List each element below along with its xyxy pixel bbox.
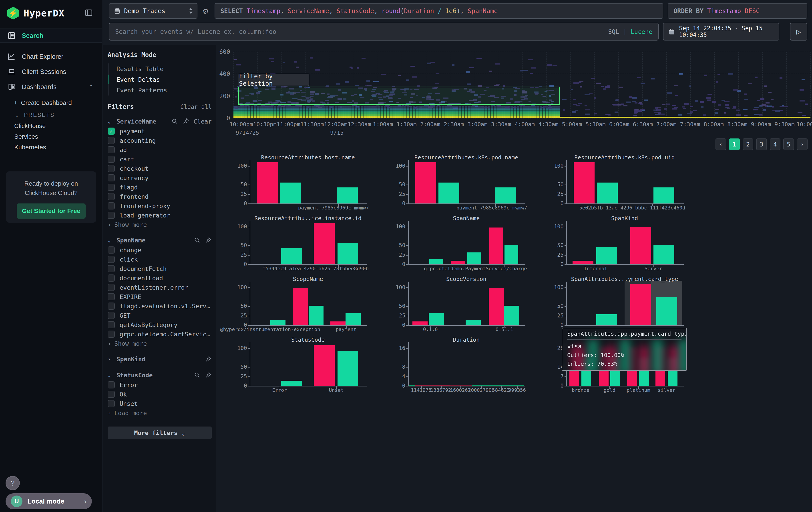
bar[interactable] xyxy=(596,314,617,325)
checkbox[interactable] xyxy=(108,256,115,263)
checkbox[interactable] xyxy=(108,165,115,172)
pin-icon[interactable] xyxy=(182,118,189,125)
clear-filter-button[interactable]: Clear xyxy=(194,118,212,125)
bar[interactable] xyxy=(412,321,428,325)
filter-group-header[interactable]: ›SpanKind xyxy=(108,354,212,364)
get-started-button[interactable]: Get Started for Free xyxy=(17,204,86,219)
filter-group-header[interactable]: ⌄StatusCode xyxy=(108,370,212,380)
bar[interactable] xyxy=(656,297,677,325)
filter-item[interactable]: documentFetch xyxy=(108,264,212,273)
checkbox[interactable] xyxy=(108,212,115,219)
bar[interactable] xyxy=(630,227,651,265)
order-by-editor[interactable]: ORDER BY Timestamp DESC xyxy=(668,3,807,19)
chevron-up-icon[interactable]: ⌃ xyxy=(88,83,93,90)
show-more-link[interactable]: ›Show more xyxy=(108,220,212,229)
bar[interactable] xyxy=(309,306,324,325)
analysis-mode-item[interactable]: Results Table xyxy=(109,63,212,74)
filter-item[interactable]: checkout xyxy=(108,164,212,173)
bar[interactable] xyxy=(270,320,286,325)
create-dashboard-button[interactable]: + Create Dashboard xyxy=(14,99,116,106)
pin-icon[interactable] xyxy=(205,237,212,244)
bar[interactable] xyxy=(314,223,335,265)
filter-item[interactable]: ad xyxy=(108,145,212,155)
bar[interactable] xyxy=(466,320,481,325)
filter-item-label[interactable]: documentFetch xyxy=(120,265,167,272)
bar[interactable] xyxy=(654,245,674,265)
mode-sql-toggle[interactable]: SQL xyxy=(608,28,619,35)
filter-item-label[interactable]: documentLoad xyxy=(120,275,163,281)
filter-item-label[interactable]: accounting xyxy=(120,137,156,144)
checkbox[interactable] xyxy=(108,184,115,191)
filter-item-label[interactable]: payment xyxy=(120,128,145,135)
checkbox[interactable] xyxy=(108,274,115,281)
filter-item[interactable]: change xyxy=(108,245,212,255)
sidebar-item-dashboards[interactable]: Dashboards ⌃ xyxy=(0,80,102,94)
filter-item[interactable]: Unset xyxy=(108,399,212,408)
bar[interactable] xyxy=(573,261,593,265)
filter-item[interactable]: click xyxy=(108,255,212,264)
bar[interactable] xyxy=(451,261,465,265)
filter-item[interactable]: cart xyxy=(108,155,212,164)
filter-item-label[interactable]: change xyxy=(120,247,141,253)
mode-lucene-toggle[interactable]: Lucene xyxy=(631,28,652,35)
bar[interactable] xyxy=(630,284,651,325)
brand-logo[interactable]: ⚡ HyperDX xyxy=(7,7,64,20)
pagination-page[interactable]: 4 xyxy=(770,138,780,150)
filter-item-label[interactable]: currency xyxy=(120,174,148,182)
checkbox[interactable]: ✓ xyxy=(108,128,115,135)
bar[interactable] xyxy=(504,245,518,265)
filter-item-label[interactable]: frontend xyxy=(120,193,148,200)
account-menu[interactable]: U Local mode › xyxy=(5,493,92,509)
sidebar-collapse-icon[interactable] xyxy=(85,8,93,17)
filter-item[interactable]: eventListener.error xyxy=(108,283,212,292)
checkbox[interactable] xyxy=(108,174,115,182)
bar[interactable] xyxy=(467,252,481,265)
pagination-page[interactable]: 2 xyxy=(743,138,753,150)
filter-item[interactable]: frontend xyxy=(108,192,212,201)
filter-item[interactable]: grpc.oteldemo.CartServic… xyxy=(108,329,212,339)
filter-item-label[interactable]: eventListener.error xyxy=(120,284,188,291)
filter-group-header[interactable]: ⌄ServiceNameClear xyxy=(108,116,212,127)
bar[interactable] xyxy=(280,183,301,204)
pagination-next[interactable]: › xyxy=(797,138,808,150)
filter-item[interactable]: flagd.evaluation.v1.Serv… xyxy=(108,301,212,311)
filter-item-label[interactable]: GET xyxy=(120,312,130,319)
bar[interactable] xyxy=(314,345,335,386)
heatmap-chart[interactable] xyxy=(233,52,810,118)
analysis-mode-item[interactable]: Event Patterns xyxy=(109,85,212,96)
pagination-prev[interactable]: ‹ xyxy=(716,138,726,150)
source-select[interactable]: Demo Traces xyxy=(109,3,198,19)
sidebar-item-search[interactable]: Search xyxy=(0,28,102,43)
search-icon[interactable] xyxy=(171,118,178,125)
checkbox[interactable] xyxy=(108,330,115,338)
filter-item-label[interactable]: checkout xyxy=(120,165,148,172)
checkbox[interactable] xyxy=(108,293,115,300)
analysis-mode-item[interactable]: Event Deltas xyxy=(109,74,212,85)
filter-item[interactable]: EXPIRE xyxy=(108,292,212,301)
search-icon[interactable] xyxy=(194,237,201,244)
checkbox[interactable] xyxy=(108,246,115,253)
filter-item[interactable]: Ok xyxy=(108,389,212,399)
checkbox[interactable] xyxy=(108,391,115,398)
bar[interactable] xyxy=(489,288,504,325)
bar[interactable] xyxy=(338,243,358,265)
checkbox[interactable] xyxy=(108,284,115,291)
bar[interactable] xyxy=(597,183,618,204)
date-range-picker[interactable]: Sep 14 22:04:35 - Sep 15 10:04:35 xyxy=(663,23,779,41)
sidebar-item-client-sessions[interactable]: Client Sessions xyxy=(0,64,102,79)
filter-group-header[interactable]: ⌄SpanName xyxy=(108,235,212,245)
more-filters-button[interactable]: More filters ⌄ xyxy=(108,427,212,439)
bar[interactable] xyxy=(338,351,358,386)
filter-item-label[interactable]: click xyxy=(120,256,138,263)
bar[interactable] xyxy=(429,259,443,265)
show-more-link[interactable]: ›Show more xyxy=(108,339,212,348)
filter-by-selection-button[interactable]: Filter by Selection xyxy=(238,74,309,86)
filter-item[interactable]: currency xyxy=(108,173,212,183)
sidebar-item-services[interactable]: Services xyxy=(14,133,116,140)
filter-item-label[interactable]: Unset xyxy=(120,400,138,407)
bar[interactable] xyxy=(281,248,302,265)
filter-item[interactable]: flagd xyxy=(108,183,212,192)
bar[interactable] xyxy=(257,162,278,204)
filter-item-label[interactable]: Error xyxy=(120,381,138,388)
bar[interactable] xyxy=(337,187,358,204)
